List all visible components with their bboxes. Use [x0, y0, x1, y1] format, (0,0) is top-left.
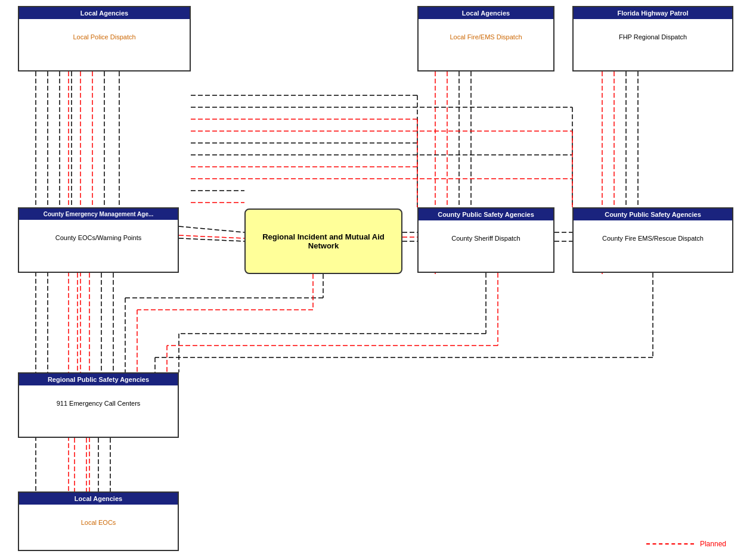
local-police-header: Local Agencies	[19, 7, 190, 19]
local-police-body: Local Police Dispatch	[19, 19, 190, 55]
connection-lines	[0, 0, 756, 560]
svg-line-9	[179, 226, 244, 232]
county-eoc-header: County Emergency Management Age...	[19, 209, 178, 220]
central-node: Regional Incident and Mutual Aid Network	[244, 209, 402, 274]
fhp-node: Florida Highway Patrol FHP Regional Disp…	[572, 6, 733, 71]
county-fire-header: County Public Safety Agencies	[574, 209, 732, 220]
county-fire-node: County Public Safety Agencies County Fir…	[572, 207, 733, 273]
local-eocs-header: Local Agencies	[19, 493, 178, 505]
legend-label: Planned	[700, 540, 726, 548]
regional-psa-header: Regional Public Safety Agencies	[19, 374, 178, 385]
county-sheriff-node: County Public Safety Agencies County She…	[417, 207, 554, 273]
fhp-header: Florida Highway Patrol	[574, 7, 732, 19]
diagram-container: Local Agencies Local Police Dispatch Loc…	[0, 0, 756, 560]
legend-line	[646, 543, 694, 545]
local-eocs-body: Local EOCs	[19, 505, 178, 540]
local-police-node: Local Agencies Local Police Dispatch	[18, 6, 191, 71]
regional-psa-body: 911 Emergency Call Centers	[19, 385, 178, 421]
central-node-label: Regional Incident and Mutual Aid Network	[252, 232, 395, 250]
legend: Planned	[646, 540, 726, 548]
fhp-body: FHP Regional Dispatch	[574, 19, 732, 55]
svg-line-11	[179, 235, 244, 238]
county-sheriff-header: County Public Safety Agencies	[419, 209, 553, 220]
local-fire-body: Local Fire/EMS Dispatch	[419, 19, 553, 55]
county-eoc-body: County EOCs/Warning Points	[19, 220, 178, 256]
local-fire-node: Local Agencies Local Fire/EMS Dispatch	[417, 6, 554, 71]
county-eoc-node: County Emergency Management Age... Count…	[18, 207, 179, 273]
regional-psa-node: Regional Public Safety Agencies 911 Emer…	[18, 372, 179, 438]
county-sheriff-body: County Sheriff Dispatch	[419, 220, 553, 256]
local-eocs-node: Local Agencies Local EOCs	[18, 491, 179, 551]
local-fire-header: Local Agencies	[419, 7, 553, 19]
county-fire-body: County Fire EMS/Rescue Dispatch	[574, 220, 732, 256]
svg-line-10	[179, 238, 244, 241]
